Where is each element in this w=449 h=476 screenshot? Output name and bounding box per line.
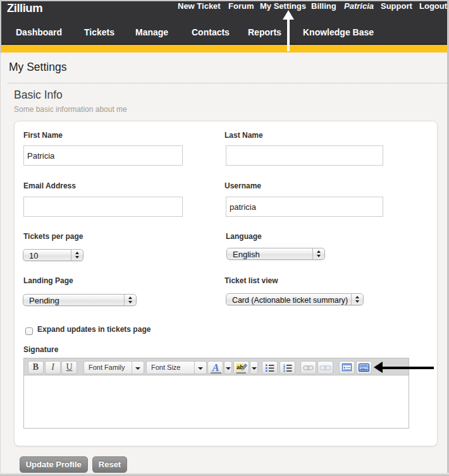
svg-text:3: 3 (283, 369, 285, 373)
svg-text:HTML: HTML (360, 366, 369, 370)
svg-text:A: A (212, 362, 219, 373)
